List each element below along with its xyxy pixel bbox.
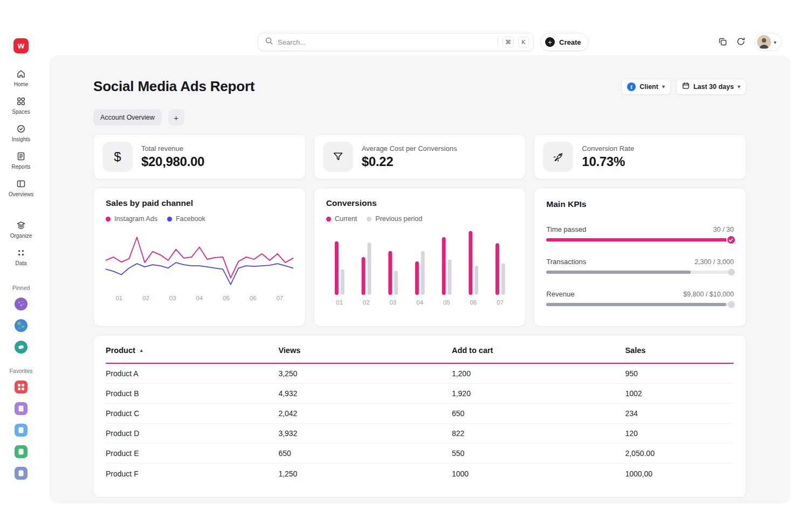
panel-title: Sales by paid channel [106,198,293,208]
table-row[interactable]: Product E 650 550 2,050.00 [106,444,734,464]
legend: Instagram Ads Facebook [106,215,293,223]
sales-cell: 234 [625,409,734,418]
app-logo[interactable]: w [13,38,29,53]
sync-button[interactable] [736,37,746,48]
table-row[interactable]: Product A 3,250 1,200 950 [106,364,734,384]
sidebar: w Home Spaces Insights [0,29,42,503]
add-to-cart-cell: 1,200 [452,369,625,378]
legend-item-facebook: Facebook [167,215,205,223]
search-box[interactable]: ⌘ K [258,33,534,51]
panels-icon [718,37,727,48]
table-row[interactable]: Product F 1,250 1000 1000,00 [106,464,734,483]
sidebar-item-label: Overviews [9,191,34,197]
x-axis-label: 07 [487,299,514,306]
sidebar-item-insights[interactable]: Insights [0,119,42,147]
kpi-progress-transactions: Transactions 2,300 / 3,000 [546,258,734,274]
kpi-value: $0.22 [362,154,457,169]
chevron-down-icon: ▾ [774,39,776,45]
kpi-value: 10.73% [582,154,634,169]
add-tab-button[interactable]: + [168,109,184,126]
sidebar-item-label: Data [15,260,26,266]
kpi-card-cost-per-conversion: Average Cost per Conversions $0.22 [314,134,526,179]
page-title: Social Media Ads Report [93,78,254,95]
sales-by-channel-panel: Sales by paid channel Instagram Ads Face… [93,188,306,327]
line-chart [106,230,293,291]
views-cell: 1,250 [278,469,452,478]
product-cell: Product A [106,369,278,378]
sidebar-item-spaces[interactable]: Spaces [0,92,42,119]
sidebar-item-overviews[interactable]: Overviews [0,174,42,202]
product-cell: Product B [106,389,278,398]
column-header-add-to-cart[interactable]: Add to cart [452,346,625,355]
page-header: Social Media Ads Report f Client ▾ Last … [93,78,746,95]
app-logo-letter: w [18,41,24,51]
progress-track [546,238,734,241]
tab-account-overview[interactable]: Account Overview [93,109,162,126]
table-row[interactable]: Product C 2,042 650 234 [106,404,734,424]
shortcut-k-key: K [518,37,529,47]
column-header-sales[interactable]: Sales [625,346,734,355]
legend-dot [167,217,172,222]
product-cell: Product E [106,449,278,458]
client-filter-dropdown[interactable]: f Client ▾ [621,79,671,95]
pinned-item-planet-icon[interactable] [15,298,27,310]
x-axis-label: 06 [239,295,266,301]
column-header-label: Add to cart [452,346,493,355]
column-header-label: Product [106,346,135,355]
user-menu[interactable]: ▾ [754,33,782,51]
sidebar-item-data[interactable]: Data [0,243,42,271]
progress-value: 30 / 30 [713,226,734,233]
panels-button[interactable] [718,37,727,48]
x-axis-label: 01 [326,299,353,306]
tabs-row: Account Overview + [93,109,746,126]
views-cell: 2,042 [278,409,452,418]
favorite-item-grid-icon[interactable] [15,381,27,393]
kpi-cards-row: $ Total revenue $20,980.00 Average Cost … [93,134,746,179]
pinned-item-teal-icon[interactable] [15,341,27,354]
views-cell: 650 [278,449,452,458]
x-axis-label: 07 [266,295,293,301]
pinned-section-label: Pinned [12,285,30,291]
charts-row: Sales by paid channel Instagram Ads Face… [93,188,746,327]
favorite-item-doc-blue-icon[interactable] [15,424,27,437]
x-axis-label: 02 [353,299,380,306]
header-controls: f Client ▾ Last 30 days ▾ [621,79,746,95]
legend-item-instagram: Instagram Ads [106,215,157,223]
data-icon [16,248,26,258]
user-avatar [757,35,771,49]
overviews-icon [16,179,26,189]
topbar: ⌘ K + Create ▾ [42,29,798,55]
column-header-views[interactable]: Views [278,346,452,355]
facebook-icon: f [627,82,636,91]
sidebar-item-reports[interactable]: Reports [0,147,42,174]
favorite-item-doc-slate-icon[interactable] [15,467,27,480]
sidebar-item-home[interactable]: Home [0,64,42,92]
calendar-icon [682,82,690,91]
views-cell: 3,932 [278,429,452,438]
shortcut-cmd-key: ⌘ [503,37,514,47]
add-to-cart-cell: 550 [452,449,625,458]
sidebar-tools: Organize Data [0,216,42,271]
create-button[interactable]: + Create [540,33,589,51]
date-range-dropdown[interactable]: Last 30 days ▾ [676,79,746,95]
search-input[interactable] [278,38,493,46]
sales-cell: 1000,00 [625,469,734,478]
chevron-down-icon: ▾ [738,84,740,89]
table-row[interactable]: Product D 3,932 822 120 [106,424,734,444]
reports-icon [16,151,26,161]
pinned-item-globe-icon[interactable] [15,319,27,332]
x-axis-label: 01 [106,295,133,301]
favorite-item-doc-green-icon[interactable] [15,445,27,458]
sidebar-item-organize[interactable]: Organize [0,216,42,243]
legend-label: Facebook [176,215,205,223]
product-cell: Product F [106,469,278,478]
favorite-item-doc-purple-icon[interactable] [15,402,27,415]
dollar-icon: $ [102,142,133,172]
create-button-label: Create [559,38,581,46]
main-kpis-panel: Main KPIs Time passed 30 / 30 [534,188,746,327]
sort-asc-icon: ▲ [139,348,144,353]
column-header-product[interactable]: Product ▲ [106,346,278,355]
table-row[interactable]: Product B 4,932 1,920 1002 [106,384,734,404]
progress-track [546,271,734,274]
kpi-value: $20,980.00 [141,154,204,169]
